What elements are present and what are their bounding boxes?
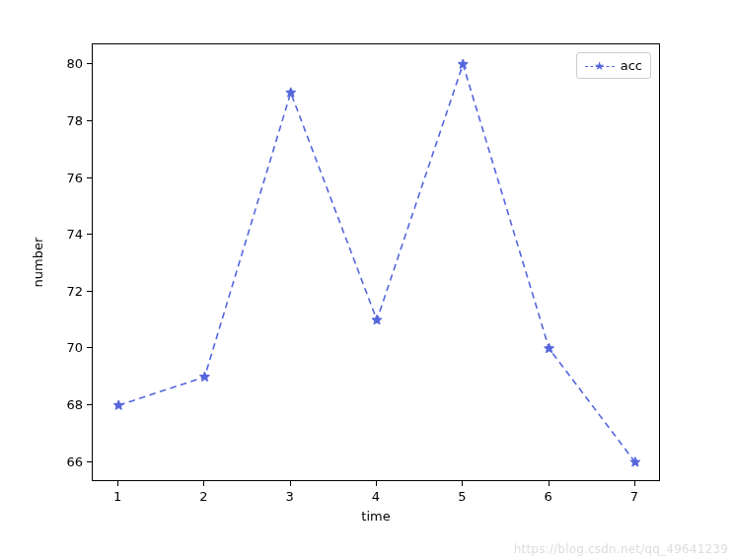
plot-svg: [93, 44, 661, 482]
y-tick-mark: [87, 291, 92, 292]
x-tick-label: 6: [544, 489, 551, 504]
y-tick-label: 76: [66, 170, 83, 184]
y-tick-mark: [87, 404, 92, 405]
x-tick-label: 7: [630, 489, 638, 504]
y-tick-label: 68: [66, 397, 83, 412]
legend: ★ acc: [576, 52, 651, 79]
x-tick-label: 3: [286, 489, 294, 504]
x-tick-label: 2: [199, 489, 207, 504]
x-tick-label: 4: [372, 489, 380, 504]
data-point-star: [372, 315, 382, 323]
y-tick-mark: [87, 120, 92, 121]
x-axis-label: time: [361, 509, 390, 524]
data-point-star: [458, 59, 468, 68]
y-tick-label: 70: [66, 340, 83, 355]
y-tick-label: 72: [66, 283, 83, 298]
y-tick-mark: [87, 347, 92, 348]
data-point-star: [113, 400, 123, 409]
legend-label: acc: [621, 58, 642, 73]
y-axis-label: number: [31, 238, 45, 288]
y-tick-mark: [87, 461, 92, 462]
watermark-text: https://blog.csdn.net/qq_49641239: [514, 542, 728, 556]
plot-axes: ★ acc: [92, 43, 660, 481]
x-tick-mark: [117, 481, 118, 486]
y-tick-label: 80: [66, 56, 83, 71]
y-tick-label: 78: [66, 112, 83, 127]
x-tick-mark: [203, 481, 204, 486]
data-point-star: [200, 372, 210, 381]
x-tick-mark: [549, 481, 550, 486]
y-tick-mark: [87, 234, 92, 235]
data-point-star: [545, 343, 554, 352]
y-tick-label: 66: [66, 454, 83, 468]
x-tick-label: 5: [458, 489, 466, 504]
figure: ★ acc time number https://blog.csdn.net/…: [0, 0, 734, 560]
legend-swatch: ★: [585, 61, 615, 71]
x-tick-mark: [290, 481, 291, 486]
x-tick-mark: [376, 481, 377, 486]
x-tick-label: 1: [113, 489, 121, 504]
x-tick-mark: [462, 481, 463, 486]
y-tick-label: 74: [66, 227, 83, 242]
x-tick-mark: [634, 481, 635, 486]
data-point-star: [286, 88, 296, 97]
series-line-acc: [118, 64, 635, 462]
y-tick-mark: [87, 177, 92, 178]
y-tick-mark: [87, 63, 92, 64]
